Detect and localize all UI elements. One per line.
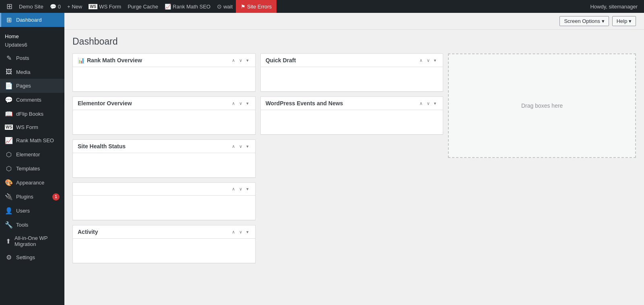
rank-math-toggle[interactable]: ▾ [245,57,250,63]
sidebar-item-tools[interactable]: 🔧 Tools [0,218,64,232]
appearance-icon: 🎨 [5,179,13,186]
purge-cache-item[interactable]: Purge Cache [124,0,161,13]
sidebar-item-allinone[interactable]: ⬆ All-in-One WP Migration [0,232,64,250]
widget-wp-events-title: WordPress Events and News [266,100,417,106]
empty-collapse-up[interactable]: ∧ [230,186,237,192]
sidebar-item-wsform[interactable]: WS WS Form [0,121,64,133]
wp-logo-item[interactable]: ⊞ [3,0,16,13]
sidebar-item-dashboard[interactable]: ⊞ Dashboard [0,13,64,27]
elementor-collapse-up[interactable]: ∧ [230,100,237,106]
rank-math-collapse-up[interactable]: ∧ [230,57,237,63]
wait-label: wait [223,4,233,10]
sidebar-item-elementor[interactable]: ⬡ Elementor [0,147,64,162]
site-health-collapse-up[interactable]: ∧ [230,143,237,149]
allinone-icon: ⬆ [5,237,11,245]
sidebar-item-rankmath[interactable]: 📈 Rank Math SEO [0,133,64,147]
comments-menu-icon: 💬 [5,96,13,104]
rank-math-item[interactable]: 📈 Rank Math SEO [161,0,214,13]
sidebar-item-comments[interactable]: 💬 Comments [0,93,64,107]
rank-math-widget-icon: 📊 [78,57,85,63]
elementor-toggle[interactable]: ▾ [245,100,250,106]
wp-events-collapse-down[interactable]: ∨ [425,100,431,106]
quick-draft-collapse-up[interactable]: ∧ [418,57,424,63]
widget-elementor-header: Elementor Overview ∧ ∨ ▾ [73,97,255,110]
activity-collapse-up[interactable]: ∧ [230,229,237,235]
help-button[interactable]: Help ▾ [612,16,636,26]
home-group: Home Updates 6 [0,27,64,51]
site-health-collapse-down[interactable]: ∨ [237,143,244,149]
widget-quick-draft: Quick Draft ∧ ∨ ▾ [260,53,444,92]
wsform-label: WS Form [99,4,121,10]
site-name-item[interactable]: Demo Site [16,0,47,13]
widget-site-health: Site Health Status ∧ ∨ ▾ [72,139,256,178]
widget-activity-title: Activity [78,229,229,235]
wait-item[interactable]: ⊙ wait [214,0,236,13]
widget-empty-body [73,196,255,220]
posts-icon: ✎ [5,54,13,62]
templates-label: Templates [16,166,40,172]
rankmath-icon: 📈 [5,137,13,144]
widget-rank-math-controls: ∧ ∨ ▾ [230,57,250,63]
widget-quick-draft-controls: ∧ ∨ ▾ [418,57,438,63]
widget-quick-draft-body [261,67,443,91]
empty-toggle[interactable]: ▾ [245,186,250,192]
sidebar-item-users[interactable]: 👤 Users [0,204,64,218]
quick-draft-toggle[interactable]: ▾ [432,57,438,63]
sidebar-item-posts[interactable]: ✎ Posts [0,51,64,65]
wp-events-toggle[interactable]: ▾ [432,100,438,106]
users-label: Users [16,208,30,214]
widget-wp-events-header: WordPress Events and News ∧ ∨ ▾ [261,97,443,110]
activity-collapse-down[interactable]: ∨ [237,229,244,235]
sidebar-item-settings[interactable]: ⚙ Settings [0,250,64,264]
widget-elementor-controls: ∧ ∨ ▾ [230,100,250,106]
rank-math-icon: 📈 [165,4,171,10]
widget-rank-math-title: 📊 Rank Math Overview [78,57,229,63]
comments-count: 0 [58,4,61,10]
rank-math-collapse-down[interactable]: ∨ [237,57,244,63]
widget-elementor: Elementor Overview ∧ ∨ ▾ [72,96,256,135]
admin-bar: ⊞ Demo Site 💬 0 + New WS WS Form Purge C… [0,0,644,13]
sidebar-item-templates[interactable]: ⬡ Templates [0,162,64,176]
elementor-icon: ⬡ [5,151,13,158]
media-icon: 🖼 [5,68,13,76]
pages-label: Pages [16,83,31,89]
widget-quick-draft-title: Quick Draft [266,57,417,63]
col-left: 📊 Rank Math Overview ∧ ∨ ▾ [72,53,260,263]
sidebar-item-media[interactable]: 🖼 Media [0,65,64,79]
widget-site-health-header: Site Health Status ∧ ∨ ▾ [73,140,255,153]
site-errors-item[interactable]: ⚑ Site Errors [236,0,277,13]
admin-menu: ⊞ Dashboard Home Updates 6 ✎ Posts 🖼 Med… [0,13,64,305]
sidebar-item-pages[interactable]: 📄 Pages All Pages Add New Page [0,79,64,93]
home-label: Home [0,30,64,40]
site-errors-label: ⚑ Site Errors [241,4,272,10]
empty-collapse-down[interactable]: ∨ [237,186,244,192]
elementor-collapse-down[interactable]: ∨ [237,100,244,106]
help-label: Help ▾ [617,18,632,24]
updates-label: Updates [5,42,24,48]
sidebar-item-plugins[interactable]: 🔌 Plugins 1 [0,190,64,204]
sidebar-item-appearance[interactable]: 🎨 Appearance [0,176,64,190]
new-item[interactable]: + New [64,0,85,13]
comments-item[interactable]: 💬 0 [47,0,64,13]
widget-activity-header: Activity ∧ ∨ ▾ [73,225,255,239]
pages-icon: 📄 [5,82,13,90]
dashboard-label: Dashboard [16,17,42,23]
howdy-item[interactable]: Howdy, sitemanager [587,4,641,10]
updates-badge: 6 [24,42,27,48]
quick-draft-collapse-down[interactable]: ∨ [425,57,431,63]
site-health-toggle[interactable]: ▾ [245,143,250,149]
widget-site-health-title: Site Health Status [78,143,229,149]
widget-elementor-body [73,110,255,134]
widget-empty-header: ∧ ∨ ▾ [73,183,255,196]
wp-events-collapse-up[interactable]: ∧ [418,100,424,106]
plugins-icon: 🔌 [5,193,13,201]
rankmath-label: Rank Math SEO [16,137,54,143]
wsform-item[interactable]: WS WS Form [85,0,124,13]
sidebar-item-dflip[interactable]: 📖 dFlip Books [0,107,64,121]
comments-menu-label: Comments [16,97,41,103]
sidebar-item-updates[interactable]: Updates 6 [0,40,64,51]
screen-options-button[interactable]: Screen Options ▾ [559,16,609,26]
widget-rank-math: 📊 Rank Math Overview ∧ ∨ ▾ [72,53,256,92]
activity-toggle[interactable]: ▾ [245,229,250,235]
widget-rank-math-body [73,67,255,91]
